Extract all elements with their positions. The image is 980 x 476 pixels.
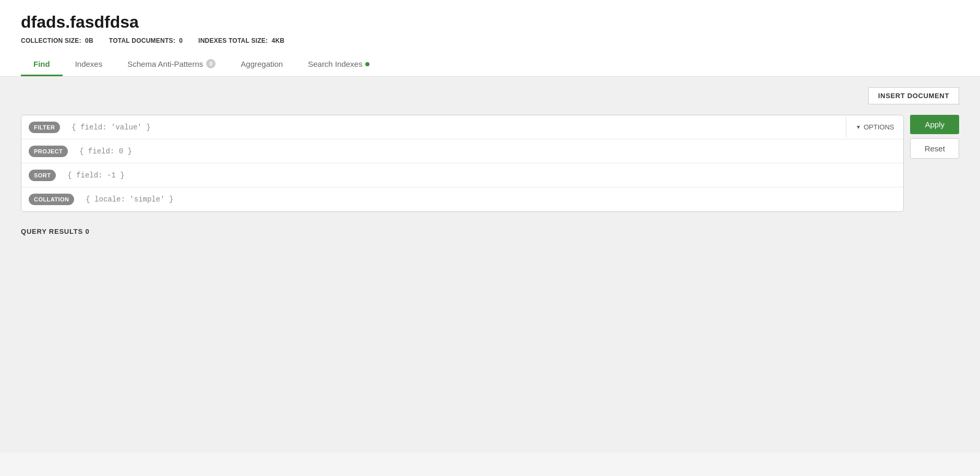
top-section: dfads.fasdfdsa COLLECTION SIZE: 0B TOTAL… xyxy=(0,0,980,77)
collation-row: COLLATION { locale: 'simple' } xyxy=(21,187,903,211)
filter-value[interactable]: { field: 'value' } xyxy=(67,117,846,138)
tab-aggregation[interactable]: Aggregation xyxy=(228,54,295,76)
apply-button[interactable]: Apply xyxy=(910,115,959,134)
sort-row: SORT { field: -1 } xyxy=(21,163,903,187)
indexes-total-size: INDEXES TOTAL SIZE: 4KB xyxy=(198,37,284,44)
top-bar: INSERT DOCUMENT xyxy=(21,87,959,104)
query-box: FILTER { field: 'value' } ▼ OPTIONS PROJ… xyxy=(21,115,904,212)
query-results-label: QUERY RESULTS 0 xyxy=(21,228,959,235)
chevron-down-icon: ▼ xyxy=(856,124,861,130)
tab-schema-anti-patterns[interactable]: Schema Anti-Patterns 0 xyxy=(115,54,228,76)
schema-anti-patterns-badge: 0 xyxy=(206,59,216,68)
filter-row: FILTER { field: 'value' } ▼ OPTIONS xyxy=(21,115,903,139)
collection-title: dfads.fasdfdsa xyxy=(21,13,959,32)
project-value[interactable]: { field: 0 } xyxy=(75,141,903,162)
options-button[interactable]: ▼ OPTIONS xyxy=(846,117,903,137)
collection-meta: COLLECTION SIZE: 0B TOTAL DOCUMENTS: 0 I… xyxy=(21,37,959,44)
project-row: PROJECT { field: 0 } xyxy=(21,139,903,163)
filter-label: FILTER xyxy=(29,122,60,133)
project-label: PROJECT xyxy=(29,146,68,157)
tab-indexes[interactable]: Indexes xyxy=(63,54,115,76)
main-content: INSERT DOCUMENT FILTER { field: 'value' … xyxy=(0,77,980,453)
total-documents: TOTAL DOCUMENTS: 0 xyxy=(109,37,183,44)
query-actions: Apply Reset xyxy=(910,115,959,159)
collation-value[interactable]: { locale: 'simple' } xyxy=(81,189,903,210)
query-results-section: QUERY RESULTS 0 xyxy=(21,228,959,235)
insert-document-button[interactable]: INSERT DOCUMENT xyxy=(868,87,959,104)
tab-find[interactable]: Find xyxy=(21,54,63,76)
reset-button[interactable]: Reset xyxy=(910,138,959,159)
tabs: Find Indexes Schema Anti-Patterns 0 Aggr… xyxy=(21,54,959,76)
query-section: FILTER { field: 'value' } ▼ OPTIONS PROJ… xyxy=(21,115,959,212)
tab-search-indexes[interactable]: Search Indexes xyxy=(295,54,382,76)
sort-value[interactable]: { field: -1 } xyxy=(63,165,903,186)
collection-size: COLLECTION SIZE: 0B xyxy=(21,37,93,44)
collation-label: COLLATION xyxy=(29,194,74,205)
sort-label: SORT xyxy=(29,170,56,181)
search-indexes-dot xyxy=(365,62,369,66)
